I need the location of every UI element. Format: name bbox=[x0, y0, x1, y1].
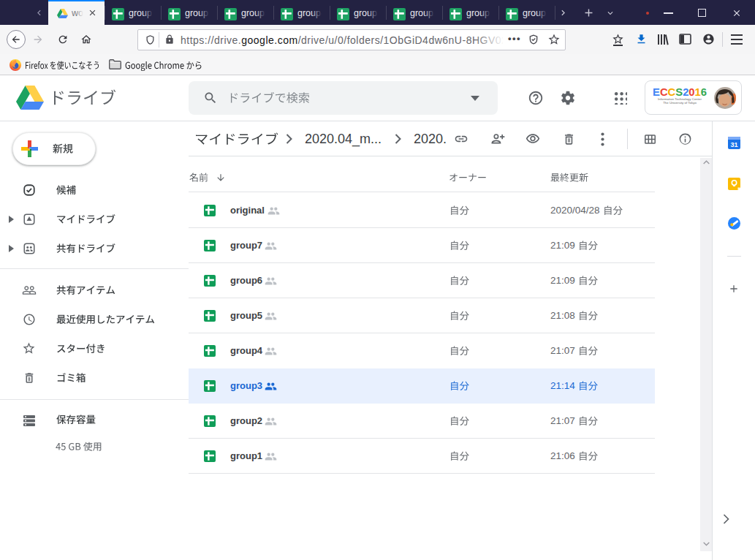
svg-text:31: 31 bbox=[730, 141, 737, 148]
